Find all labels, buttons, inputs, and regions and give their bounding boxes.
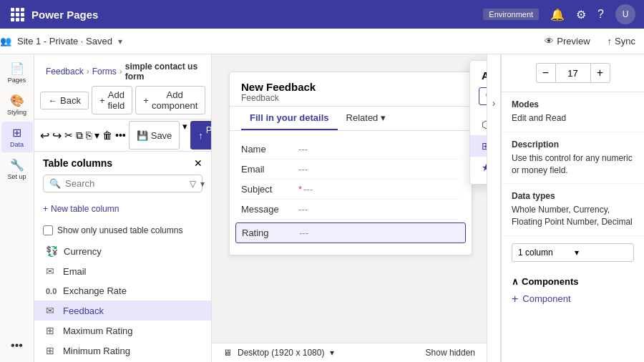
field-label-message: Message <box>241 204 298 215</box>
more-options-icon[interactable]: ••• <box>115 129 126 141</box>
modes-body: Edit and Read <box>512 112 634 124</box>
save-icon: 💾 <box>137 130 148 141</box>
form-field-rating[interactable]: Rating --- <box>235 222 466 243</box>
help-icon[interactable]: ? <box>597 8 604 21</box>
site-people-icon: 👥 <box>0 36 11 47</box>
item-label-feedback: Feedback <box>63 305 104 316</box>
nav-item-more[interactable]: ••• <box>1 335 33 356</box>
save-button[interactable]: 💾 Save <box>129 121 180 150</box>
top-bar-right: Environment 🔔 ⚙ ? U <box>483 4 635 24</box>
field-label-email: Email <box>241 164 298 175</box>
column-dropdown-value: 1 column <box>518 248 572 258</box>
sidebar-item-maximum-rating[interactable]: ⊞ Maximum Rating <box>34 321 211 341</box>
column-dropdown-icon: ▾ <box>575 248 628 258</box>
number-decrease-button[interactable]: − <box>536 63 556 83</box>
add-component-button[interactable]: + Add component <box>135 86 205 114</box>
sidebar-item-feedback[interactable]: ✉ Feedback <box>34 300 211 321</box>
sync-icon: ↑ <box>608 36 613 47</box>
preview-button[interactable]: 👁 Preview <box>536 36 598 47</box>
app-title: Power Pages <box>31 9 477 21</box>
search-input[interactable] <box>65 178 185 189</box>
sync-button[interactable]: ↑ Sync <box>599 36 644 47</box>
column-dropdown[interactable]: 1 column ▾ <box>512 243 634 262</box>
acp-item-star-rating[interactable]: ★ Star Rating <box>470 157 487 178</box>
back-label: Back <box>60 95 81 106</box>
add-column-button[interactable]: + New table column <box>43 201 119 217</box>
components-collapse-icon[interactable]: ∧ <box>512 276 519 287</box>
item-label-currency: Currency <box>64 246 102 257</box>
tab-related[interactable]: Related ▾ <box>338 107 395 130</box>
acp-items: ⬡ Canvas app ⊞ Number Input ★ Star Ratin… <box>470 111 487 184</box>
paste-down-icon[interactable]: ▾ <box>94 129 99 141</box>
form-field-name: Name --- <box>241 140 460 160</box>
sidebar-item-email[interactable]: ✉ Email <box>34 261 211 281</box>
description-section: Description Use this control for any num… <box>502 132 644 185</box>
description-title: Description <box>512 140 634 150</box>
waffle-icon[interactable] <box>9 6 26 23</box>
back-button[interactable]: ← Back <box>40 92 89 109</box>
sidebar-item-exchange-rate[interactable]: 0.0 Exchange Rate <box>34 281 211 300</box>
sidebar-item-minimum-rating[interactable]: ⊞ Minimum Rating <box>34 341 211 361</box>
sidebar-item-currency[interactable]: 💱 Currency <box>34 241 211 261</box>
undo-icon[interactable]: ↩ <box>40 129 49 142</box>
filter-dropdown-icon[interactable]: ▾ <box>200 179 205 189</box>
field-value-subject: --- <box>303 184 313 195</box>
breadcrumb-root[interactable]: Feedback <box>46 67 84 77</box>
sidebar-search[interactable]: 🔍 ▽ ▾ <box>43 175 203 192</box>
nav-item-setup[interactable]: 🔧 Set up <box>1 154 33 185</box>
data-types-section: Data types Whole Number, Currency, Float… <box>502 184 644 236</box>
settings-icon[interactable]: ⚙ <box>576 8 586 21</box>
delete-icon[interactable]: 🗑 <box>102 129 112 141</box>
form-field-message: Message --- <box>241 200 460 220</box>
sidebar-title: Table columns <box>43 157 191 169</box>
data-types-title: Data types <box>512 191 634 201</box>
notification-icon[interactable]: 🔔 <box>550 8 565 21</box>
cut-icon[interactable]: ✂ <box>64 129 73 141</box>
redo-icon[interactable]: ↪ <box>52 129 62 142</box>
currency-icon: 💱 <box>46 245 58 257</box>
acp-item-canvas-app[interactable]: ⬡ Canvas app <box>470 114 487 135</box>
add-field-label: Add field <box>108 89 125 111</box>
components-title: Components <box>522 276 578 287</box>
sidebar-close-icon[interactable]: ✕ <box>194 157 203 169</box>
desktop-dropdown-icon[interactable]: ▾ <box>330 348 334 358</box>
styling-icon: 🎨 <box>10 94 24 107</box>
nav-item-data[interactable]: ⊞ Data <box>1 122 33 152</box>
acp-item-number-input[interactable]: ⊞ Number Input <box>470 135 487 157</box>
tab-fill-in-details[interactable]: Fill in your details <box>241 107 338 130</box>
number-increase-button[interactable]: + <box>590 63 610 83</box>
desktop-icon: 🖥 <box>223 348 232 358</box>
field-label-name: Name <box>241 144 298 155</box>
component-add-label: Component <box>522 293 570 304</box>
paste-icon[interactable]: ⎘ <box>86 129 92 141</box>
nav-item-styling[interactable]: 🎨 Styling <box>1 89 33 120</box>
breadcrumb-mid[interactable]: Forms <box>92 67 117 77</box>
publish-form-button[interactable]: ↑ Publish form <box>190 121 212 150</box>
field-value-rating: --- <box>299 228 308 238</box>
component-add-button[interactable]: + Component <box>512 293 571 305</box>
save-dropdown-icon[interactable]: ▾ <box>182 121 187 150</box>
add-field-button[interactable]: + Add field <box>92 86 132 114</box>
form-card-title: New Feedback <box>241 81 460 93</box>
field-value-email: --- <box>298 164 308 175</box>
filter-icon[interactable]: ▽ <box>190 179 196 189</box>
nav-label-setup: Set up <box>7 173 26 180</box>
panel-collapse-button[interactable]: › <box>487 54 501 362</box>
collapse-icon: › <box>492 97 496 109</box>
pages-icon: 📄 <box>10 62 24 75</box>
related-dropdown-icon[interactable]: ▾ <box>381 112 386 123</box>
sidebar-actions: + New table column <box>34 198 211 222</box>
form-field-subject: Subject * --- <box>241 180 460 200</box>
right-panel: − 17 + Modes Edit and Read Description U… <box>501 54 644 362</box>
save-publish-area: 💾 Save ▾ ↑ Publish form <box>129 121 212 150</box>
sidebar-list: 💱 Currency ✉ Email 0.0 Exchange Rate ✉ F… <box>34 238 211 362</box>
acp-search[interactable]: 🔍 <box>479 87 487 105</box>
more-icon: ••• <box>11 339 23 352</box>
copy-icon[interactable]: ⧉ <box>76 129 83 142</box>
show-hidden-btn[interactable]: Show hidden <box>426 348 475 358</box>
filter-checkbox[interactable] <box>43 225 53 235</box>
nav-item-pages[interactable]: 📄 Pages <box>1 57 33 88</box>
number-value: 17 <box>556 63 590 83</box>
avatar[interactable]: U <box>615 4 635 24</box>
site-dropdown-icon[interactable]: ▾ <box>118 36 122 47</box>
